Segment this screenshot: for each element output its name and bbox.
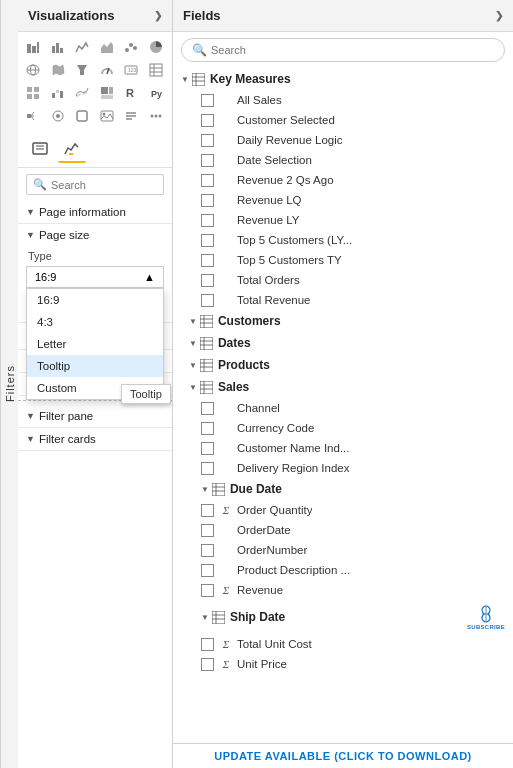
field-revenue-2qs[interactable]: Revenue 2 Qs Ago — [173, 170, 513, 190]
dropdown-item-letter[interactable]: Letter — [27, 333, 163, 355]
analytics-icon[interactable] — [58, 135, 86, 163]
fields-search-box[interactable]: 🔍 — [181, 38, 505, 62]
viz-search-box[interactable]: 🔍 — [26, 174, 164, 195]
viz-icon-key-influencers[interactable] — [47, 105, 69, 127]
viz-icon-scatter[interactable] — [120, 36, 142, 58]
category-sales[interactable]: ▼ Sales — [173, 376, 513, 398]
viz-icon-map[interactable] — [22, 59, 44, 81]
field-checkbox-revenue-lq[interactable] — [201, 194, 214, 207]
field-all-sales[interactable]: All Sales — [173, 90, 513, 110]
field-revenue-lq[interactable]: Revenue LQ — [173, 190, 513, 210]
field-checkbox-total-orders[interactable] — [201, 274, 214, 287]
viz-icon-shape[interactable] — [71, 105, 93, 127]
viz-icon-bar-chart[interactable] — [47, 36, 69, 58]
field-total-revenue[interactable]: Total Revenue — [173, 290, 513, 310]
category-customers[interactable]: ▼ Customers — [173, 310, 513, 332]
page-information-header[interactable]: ▼ Page information — [18, 201, 172, 223]
category-products[interactable]: ▼ Products — [173, 354, 513, 376]
field-customer-name-ind[interactable]: Customer Name Ind... — [173, 438, 513, 458]
field-checkbox-ordernumber[interactable] — [201, 544, 214, 557]
field-name-customer-name-ind: Customer Name Ind... — [237, 442, 349, 454]
field-checkbox-date-selection[interactable] — [201, 154, 214, 167]
viz-search-input[interactable] — [51, 179, 157, 191]
viz-icon-r-visual[interactable]: R — [120, 82, 142, 104]
filter-pane-header[interactable]: ▼ Filter pane — [18, 405, 172, 427]
field-checkbox-daily-revenue[interactable] — [201, 134, 214, 147]
field-top5-ty[interactable]: Top 5 Customers TY — [173, 250, 513, 270]
field-checkbox-orderdate[interactable] — [201, 524, 214, 537]
page-size-header[interactable]: ▼ Page size — [18, 224, 172, 246]
category-ship-date[interactable]: ▼ Ship Date SUBSCRIBE — [173, 600, 513, 634]
field-checkbox-all-sales[interactable] — [201, 94, 214, 107]
viz-icon-filled-map[interactable] — [47, 59, 69, 81]
field-checkbox-order-quantity[interactable] — [201, 504, 214, 517]
field-type-delivery-region — [219, 461, 233, 475]
field-revenue[interactable]: Σ Revenue — [173, 580, 513, 600]
viz-icon-decomp-tree[interactable] — [22, 105, 44, 127]
field-checkbox-unit-price[interactable] — [201, 658, 214, 671]
svg-rect-26 — [60, 91, 63, 98]
field-checkbox-customer-name-ind[interactable] — [201, 442, 214, 455]
dropdown-item-4-3[interactable]: 4:3 — [27, 311, 163, 333]
viz-icon-line-chart[interactable] — [71, 36, 93, 58]
type-dropdown[interactable]: 16:9 ▲ 16:9 4:3 Letter Tooltip Custom To… — [26, 266, 164, 288]
field-product-description[interactable]: Product Description ... — [173, 560, 513, 580]
viz-icon-treemap[interactable] — [96, 82, 118, 104]
field-checkbox-revenue-2qs[interactable] — [201, 174, 214, 187]
viz-icon-card[interactable]: 123 — [120, 59, 142, 81]
category-dates[interactable]: ▼ Dates — [173, 332, 513, 354]
field-type-customer-name-ind — [219, 441, 233, 455]
viz-icon-image[interactable] — [96, 105, 118, 127]
field-checkbox-total-unit-cost[interactable] — [201, 638, 214, 651]
field-channel[interactable]: Channel — [173, 398, 513, 418]
field-checkbox-revenue[interactable] — [201, 584, 214, 597]
field-checkbox-product-description[interactable] — [201, 564, 214, 577]
field-currency-code[interactable]: Currency Code — [173, 418, 513, 438]
field-checkbox-channel[interactable] — [201, 402, 214, 415]
field-top5-ly[interactable]: Top 5 Customers (LY... — [173, 230, 513, 250]
viz-icon-stacked-bar[interactable] — [22, 36, 44, 58]
field-orderdate[interactable]: OrderDate — [173, 520, 513, 540]
field-checkbox-customer-selected[interactable] — [201, 114, 214, 127]
field-checkbox-top5-ty[interactable] — [201, 254, 214, 267]
field-checkbox-delivery-region[interactable] — [201, 462, 214, 475]
visualizations-collapse-arrow[interactable]: ❯ — [154, 10, 162, 21]
viz-icon-text-box[interactable] — [120, 105, 142, 127]
type-dropdown-value[interactable]: 16:9 ▲ — [26, 266, 164, 288]
field-checkbox-revenue-ly[interactable] — [201, 214, 214, 227]
field-customer-selected[interactable]: Customer Selected — [173, 110, 513, 130]
viz-icon-area-chart[interactable] — [96, 36, 118, 58]
field-daily-revenue-logic[interactable]: Daily Revenue Logic — [173, 130, 513, 150]
filter-cards-label: Filter cards — [39, 433, 96, 445]
dropdown-item-tooltip[interactable]: Tooltip — [27, 355, 163, 377]
update-bar[interactable]: UPDATE AVAILABLE (CLICK TO DOWNLOAD) — [173, 743, 513, 768]
viz-icon-pie[interactable] — [145, 36, 167, 58]
dropdown-item-16-9[interactable]: 16:9 — [27, 289, 163, 311]
field-delivery-region[interactable]: Delivery Region Index — [173, 458, 513, 478]
viz-icon-gauge[interactable] — [96, 59, 118, 81]
viz-icon-table[interactable] — [145, 59, 167, 81]
fields-collapse-arrow[interactable]: ❯ — [495, 10, 503, 21]
viz-icon-python[interactable]: Py — [145, 82, 167, 104]
filter-pane-section: ▼ Filter pane — [18, 405, 172, 428]
viz-icon-ribbon[interactable] — [71, 82, 93, 104]
category-due-date[interactable]: ▼ Due Date — [173, 478, 513, 500]
field-total-unit-cost[interactable]: Σ Total Unit Cost — [173, 634, 513, 654]
fields-search-input[interactable] — [211, 44, 494, 56]
field-checkbox-currency-code[interactable] — [201, 422, 214, 435]
field-order-quantity[interactable]: Σ Order Quantity — [173, 500, 513, 520]
field-checkbox-top5-ly[interactable] — [201, 234, 214, 247]
category-key-measures[interactable]: ▼ Key Measures — [173, 68, 513, 90]
viz-icon-matrix[interactable] — [22, 82, 44, 104]
field-unit-price[interactable]: Σ Unit Price — [173, 654, 513, 674]
format-icon[interactable] — [26, 135, 54, 163]
field-checkbox-total-revenue[interactable] — [201, 294, 214, 307]
viz-icon-more[interactable] — [145, 105, 167, 127]
viz-icon-funnel[interactable] — [71, 59, 93, 81]
field-total-orders[interactable]: Total Orders — [173, 270, 513, 290]
field-revenue-ly[interactable]: Revenue LY — [173, 210, 513, 230]
filter-cards-header[interactable]: ▼ Filter cards — [18, 428, 172, 450]
field-ordernumber[interactable]: OrderNumber — [173, 540, 513, 560]
field-date-selection[interactable]: Date Selection — [173, 150, 513, 170]
viz-icon-waterfall[interactable] — [47, 82, 69, 104]
